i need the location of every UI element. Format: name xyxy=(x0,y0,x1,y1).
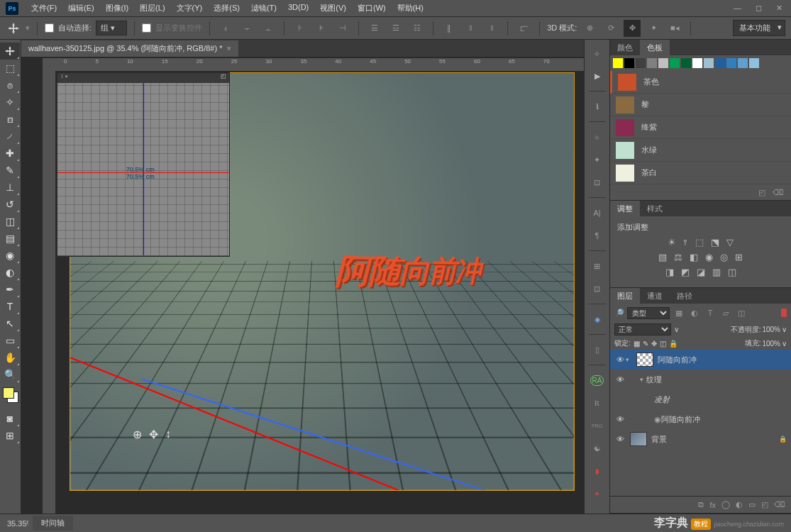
menu-item[interactable]: 滤镜(T) xyxy=(245,3,282,13)
info-dock-icon[interactable]: ℹ xyxy=(588,97,607,116)
menu-item[interactable]: 帮助(H) xyxy=(392,3,429,13)
color-list-item[interactable]: 茶色 xyxy=(610,71,791,94)
maximize-button[interactable]: ◻ xyxy=(753,4,765,13)
menu-item[interactable]: 文件(F) xyxy=(26,3,62,13)
close-tab-icon[interactable]: × xyxy=(226,44,231,52)
filter-pixel-icon[interactable]: ▦ xyxy=(673,306,685,319)
color-list-item[interactable]: 水绿 xyxy=(610,139,791,162)
menu-item[interactable]: 窗口(W) xyxy=(352,3,392,13)
workspace-dropdown[interactable]: 基本功能 xyxy=(733,20,785,36)
new-swatch-icon[interactable]: ◰ xyxy=(758,188,765,197)
menu-item[interactable]: 3D(D) xyxy=(282,3,314,13)
brush-tool[interactable]: ✎ xyxy=(0,162,20,179)
layer-row[interactable]: 👁背景🔒 xyxy=(610,429,791,449)
clone-source-dock-icon[interactable]: ⊡ xyxy=(588,173,607,192)
filter-shape-icon[interactable]: ▱ xyxy=(719,306,732,319)
character-dock-icon[interactable]: A| xyxy=(588,204,607,222)
align-left-icon[interactable]: ⊦ xyxy=(292,20,309,37)
filter-type-dropdown[interactable]: 类型 xyxy=(627,307,670,319)
swatch[interactable] xyxy=(658,58,668,68)
distribute-6-icon[interactable]: ⦀ xyxy=(483,20,500,37)
swatches-tab[interactable]: 色板 xyxy=(640,40,670,55)
distribute-1-icon[interactable]: ☰ xyxy=(366,20,383,37)
bw-icon[interactable]: ◧ xyxy=(690,252,698,262)
align-bottom-icon[interactable]: ⫠ xyxy=(260,20,277,37)
document-tab[interactable]: wallhaven-350125.jpg @ 35.4% (阿随向前冲, RGB… xyxy=(21,40,238,57)
swatch[interactable] xyxy=(624,58,634,68)
threshold-icon[interactable]: ◪ xyxy=(697,267,705,277)
brush-settings-dock-icon[interactable]: ⟐ xyxy=(588,128,607,146)
layer-fx-icon[interactable]: fx xyxy=(709,501,716,509)
hue-icon[interactable]: ▧ xyxy=(658,252,667,262)
fill-value[interactable]: 100% xyxy=(762,340,780,348)
filter-adjust-icon[interactable]: ◐ xyxy=(688,306,701,319)
transform-controls-checkbox[interactable] xyxy=(142,23,151,33)
swatch[interactable] xyxy=(704,58,714,68)
swatch[interactable] xyxy=(670,58,680,68)
swatch[interactable] xyxy=(692,58,702,68)
close-button[interactable]: ✕ xyxy=(773,4,785,13)
plugin-r-icon[interactable]: R xyxy=(588,394,607,412)
filter-search-icon[interactable]: 🔎 xyxy=(614,309,624,318)
canvas-viewport[interactable]: 0510152025303540455055606570 阿随向前冲 ⊕ ✥ ↕… xyxy=(21,57,584,514)
curves-icon[interactable]: ⬚ xyxy=(695,237,704,248)
distribute-4-icon[interactable]: ‖ xyxy=(441,20,458,37)
layer-group-icon[interactable]: ▭ xyxy=(748,500,756,509)
layer-mask-icon[interactable]: ◯ xyxy=(721,500,730,509)
menu-item[interactable]: 选择(S) xyxy=(208,3,245,13)
device-preview-dock-icon[interactable]: ▯ xyxy=(588,340,607,359)
3d-camera-dock-icon[interactable]: ⊞ xyxy=(588,257,607,275)
auto-align-icon[interactable]: ⫍ xyxy=(515,20,532,37)
swatch[interactable] xyxy=(749,58,759,68)
lock-artboard-icon[interactable]: ◫ xyxy=(660,340,666,348)
layer-adjust-icon[interactable]: ◐ xyxy=(736,500,743,509)
move-tool[interactable] xyxy=(0,43,20,60)
link-layers-icon[interactable]: ⧉ xyxy=(698,500,704,509)
layers-tab[interactable]: 图层 xyxy=(610,288,640,304)
orbit-icon[interactable]: ⊕ xyxy=(133,428,142,441)
plugin-misc-icon[interactable]: ◗ xyxy=(588,462,607,480)
history-dock-icon[interactable]: ⟡ xyxy=(588,44,607,62)
navigator-floating-panel[interactable]: ⫶ ×◰ 70.5% cm70.5% cm xyxy=(57,72,230,257)
layer-visibility-icon[interactable]: 👁 xyxy=(614,355,626,364)
dodge-tool[interactable]: ◐ xyxy=(0,264,20,281)
swatch[interactable] xyxy=(726,58,736,68)
roll-3d-icon[interactable]: ⟳ xyxy=(602,20,619,37)
menu-item[interactable]: 图层(L) xyxy=(134,3,170,13)
group-dropdown[interactable]: 组 ▾ xyxy=(96,21,127,35)
align-right-icon[interactable]: ⊣ xyxy=(334,20,351,37)
brushes-dock-icon[interactable]: ✦ xyxy=(588,150,607,169)
layer-row[interactable]: 👁▾阿随向前冲 xyxy=(610,350,791,370)
levels-icon[interactable]: ⫯ xyxy=(683,237,688,248)
lock-position-icon[interactable]: ✥ xyxy=(651,340,657,348)
wand-tool[interactable]: ✧ xyxy=(0,94,20,111)
lut-icon[interactable]: ⊞ xyxy=(735,252,743,262)
timeline-tab[interactable]: 时间轴 xyxy=(33,516,73,531)
distribute-2-icon[interactable]: ☲ xyxy=(387,20,404,37)
plugin-yinyang-icon[interactable]: ☯ xyxy=(588,439,607,458)
shape-tool[interactable]: ▭ xyxy=(0,332,20,349)
posterize-icon[interactable]: ◩ xyxy=(681,267,690,277)
hand-tool[interactable]: ✋ xyxy=(0,349,20,366)
canvas-3d-text[interactable]: 阿随向前冲 xyxy=(335,248,480,294)
type-tool[interactable]: T xyxy=(0,298,20,315)
filter-smart-icon[interactable]: ◫ xyxy=(735,306,748,319)
crop-tool[interactable]: ⧈ xyxy=(0,111,20,128)
path-tool[interactable]: ↖ xyxy=(0,315,20,332)
invert-icon[interactable]: ◨ xyxy=(665,267,674,277)
eraser-tool[interactable]: ◫ xyxy=(0,213,20,230)
lasso-tool[interactable]: ⌾ xyxy=(0,77,20,94)
paths-tab[interactable]: 路径 xyxy=(670,288,699,304)
plugin-pro-icon[interactable]: PRO xyxy=(588,416,607,435)
pen-tool[interactable]: ✒ xyxy=(0,281,20,298)
filter-toggle[interactable] xyxy=(781,309,787,317)
layer-delete-icon[interactable]: ⌫ xyxy=(774,500,785,509)
channels-tab[interactable]: 通道 xyxy=(640,288,670,304)
properties-dock-icon[interactable]: ⊡ xyxy=(588,279,607,298)
plugin-star-icon[interactable]: ✦ xyxy=(588,484,607,503)
zoom-tool[interactable]: 🔍 xyxy=(0,366,20,383)
gradient-tool[interactable]: ▤ xyxy=(0,230,20,247)
dolly-icon[interactable]: ↕ xyxy=(165,428,171,441)
layer-row[interactable]: 👁▾纹理 xyxy=(610,370,791,389)
3d-scene-dock-icon[interactable]: ◈ xyxy=(588,310,607,328)
